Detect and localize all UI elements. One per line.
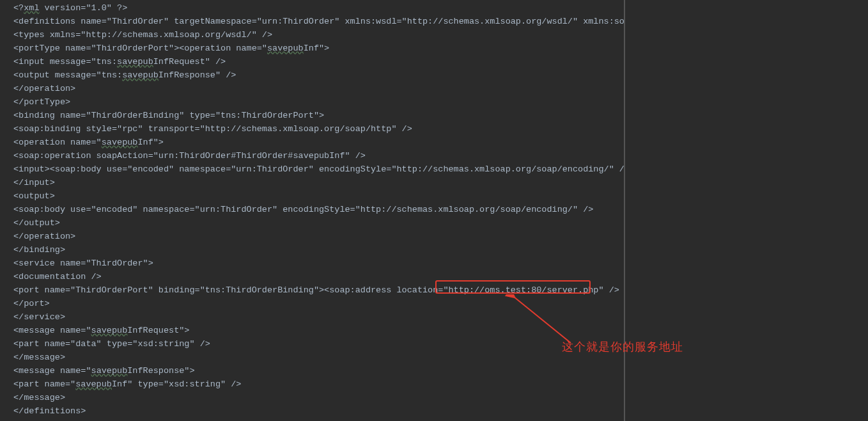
code-line[interactable]: <message name="savepubInfResponse"> xyxy=(13,364,625,377)
spellcheck-token: savepub xyxy=(91,326,128,335)
code-line[interactable]: </operation> xyxy=(13,230,625,243)
code-text: <part name="data" type="xsd:string" /> xyxy=(13,339,210,349)
code-text: <documentation /> xyxy=(13,272,102,282)
code-line[interactable]: <port name="ThirdOrderPort" binding="tns… xyxy=(13,283,625,297)
code-text: </input> xyxy=(13,178,55,187)
code-text: <portType name="ThirdOrderPort"><operati… xyxy=(13,44,267,53)
code-text: <definitions name="ThirdOrder" targetNam… xyxy=(13,17,625,26)
code-text: </definitions> xyxy=(13,406,86,416)
code-text: <input message="tns: xyxy=(13,57,117,67)
spellcheck-token: savepub xyxy=(122,70,159,80)
editor-frame: <?xml version="1.0" ?><definitions name=… xyxy=(0,0,868,421)
code-line[interactable]: <soap:operation soapAction="urn:ThirdOrd… xyxy=(13,149,625,163)
code-text: <message name=" xyxy=(13,366,91,376)
code-line[interactable]: <operation name="savepubInf"> xyxy=(13,136,625,149)
code-text: </operation> xyxy=(13,232,75,241)
code-line[interactable]: <output> xyxy=(13,189,625,203)
code-line[interactable]: </service> xyxy=(13,310,625,324)
code-line[interactable]: <?xml version="1.0" ?> xyxy=(13,1,625,15)
code-text: </portType> xyxy=(13,97,70,107)
code-line[interactable]: <part name="savepubInf" type="xsd:string… xyxy=(13,377,625,391)
code-line[interactable]: </port> xyxy=(13,297,625,310)
code-line[interactable]: </message> xyxy=(13,391,625,404)
spellcheck-token: savepub xyxy=(75,379,112,389)
spellcheck-token: savepub xyxy=(117,57,153,67)
code-text: </service> xyxy=(13,312,65,322)
code-line[interactable]: <definitions name="ThirdOrder" targetNam… xyxy=(13,15,625,28)
code-text: <? xyxy=(13,3,24,13)
code-text: <input><soap:body use="encoded" namespac… xyxy=(13,164,625,174)
code-text: </message> xyxy=(13,393,65,402)
code-text: <soap:binding style="rpc" transport="htt… xyxy=(13,124,412,134)
code-line[interactable]: <input><soap:body use="encoded" namespac… xyxy=(13,163,625,176)
code-line[interactable]: </message> xyxy=(13,351,625,364)
code-text: <types xmlns="http://schemas.xmlsoap.org… xyxy=(13,30,272,40)
spellcheck-token: savepub xyxy=(91,366,128,376)
code-text: <operation name=" xyxy=(13,138,102,147)
code-text: Inf" type="xsd:string" /> xyxy=(112,379,242,389)
code-line[interactable]: <part name="data" type="xsd:string" /> xyxy=(13,337,625,351)
code-line[interactable]: <message name="savepubInfRequest"> xyxy=(13,324,625,337)
code-line[interactable]: </portType> xyxy=(13,95,625,109)
code-line[interactable]: <portType name="ThirdOrderPort"><operati… xyxy=(13,42,625,55)
code-text: </port> xyxy=(13,299,50,308)
code-line[interactable]: <input message="tns:savepubInfRequest" /… xyxy=(13,55,625,68)
code-text: <output> xyxy=(13,191,55,201)
code-text: InfResponse"> xyxy=(127,366,194,376)
code-line[interactable]: </output> xyxy=(13,216,625,230)
code-text: <part name=" xyxy=(13,379,75,389)
panel-divider xyxy=(624,0,625,421)
code-text: <port name="ThirdOrderPort" binding="tns… xyxy=(13,285,619,295)
code-line[interactable]: <output message="tns:savepubInfResponse"… xyxy=(13,68,625,82)
code-line[interactable]: <soap:binding style="rpc" transport="htt… xyxy=(13,122,625,136)
spellcheck-token: savepub xyxy=(267,44,304,53)
code-text: <soap:operation soapAction="urn:ThirdOrd… xyxy=(13,151,366,161)
code-text: Inf"> xyxy=(304,44,330,53)
code-line[interactable]: <types xmlns="http://schemas.xmlsoap.org… xyxy=(13,28,625,42)
spellcheck-token: xml xyxy=(24,3,39,13)
code-line[interactable]: </input> xyxy=(13,176,625,189)
code-editor[interactable]: <?xml version="1.0" ?><definitions name=… xyxy=(0,0,625,421)
side-panel xyxy=(625,0,868,421)
code-text: InfRequest" /> xyxy=(153,57,226,67)
code-line[interactable]: </operation> xyxy=(13,82,625,95)
code-line[interactable]: </binding> xyxy=(13,243,625,257)
code-text: version="1.0" ?> xyxy=(40,3,128,13)
code-text: </binding> xyxy=(13,245,65,255)
code-text: InfResponse" /> xyxy=(159,70,236,80)
code-text: InfRequest"> xyxy=(127,326,189,335)
code-text: </message> xyxy=(13,353,65,362)
code-line[interactable]: <service name="ThirdOrder"> xyxy=(13,257,625,270)
spellcheck-token: savepub xyxy=(102,138,138,147)
code-line[interactable]: <soap:body use="encoded" namespace="urn:… xyxy=(13,203,625,216)
code-text: </operation> xyxy=(13,84,75,93)
code-line[interactable]: <documentation /> xyxy=(13,270,625,283)
code-text: <soap:body use="encoded" namespace="urn:… xyxy=(13,205,593,214)
code-text: <binding name="ThirdOrderBinding" type="… xyxy=(13,111,324,120)
code-line[interactable]: <binding name="ThirdOrderBinding" type="… xyxy=(13,109,625,122)
code-text: <service name="ThirdOrder"> xyxy=(13,258,153,268)
code-text: <message name=" xyxy=(13,326,91,335)
code-text: <output message="tns: xyxy=(13,70,122,80)
code-line[interactable]: </definitions> xyxy=(13,404,625,418)
code-text: Inf"> xyxy=(137,138,164,147)
code-text: </output> xyxy=(13,218,60,228)
